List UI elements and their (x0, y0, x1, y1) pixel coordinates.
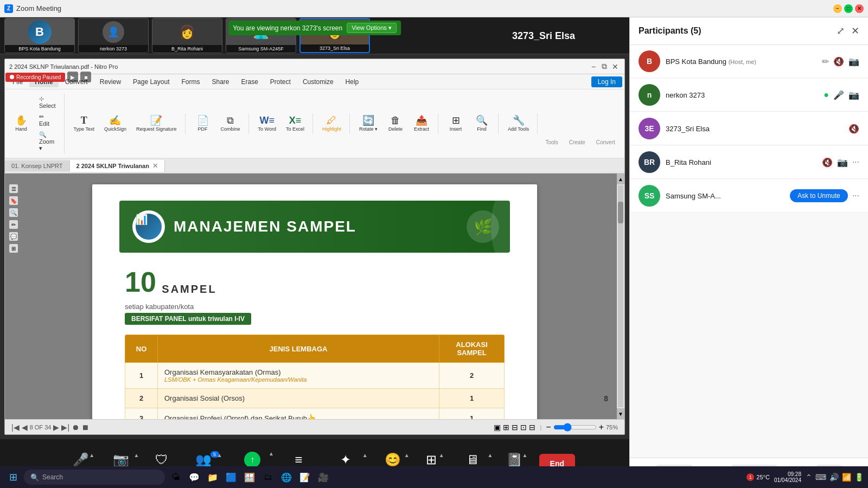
menu-forms[interactable]: Forms (176, 76, 205, 87)
nitro-restore-button[interactable]: ⧉ (599, 62, 609, 72)
select-tool-button[interactable]: ⊹ Select (35, 94, 60, 111)
page-info: 8 OF 34 (30, 424, 52, 431)
ask-unmute-button[interactable]: Ask to Unmute (790, 189, 848, 202)
type-text-button[interactable]: T Type Text (70, 113, 98, 134)
cam-ctrl-bps[interactable]: 📷 (848, 56, 859, 67)
keyboard-icon[interactable]: ⌨ (815, 473, 826, 481)
menu-protect[interactable]: Protect (265, 76, 296, 87)
summary-icon: ≡ (295, 453, 302, 466)
zoom-in-button[interactable]: + (599, 422, 604, 432)
close-button[interactable]: ✕ (855, 4, 864, 13)
cam-nerkon[interactable]: 📷 (848, 90, 859, 100)
zoom-out-button[interactable]: − (546, 422, 551, 432)
add-tools-button[interactable]: 🔧 Add Tools (504, 113, 533, 134)
taskbar-search-text: Search (42, 473, 63, 481)
taskbar-search[interactable]: 🔍 Search (24, 470, 165, 485)
page-prev-button[interactable]: ◀ (22, 423, 28, 432)
doc-tab-1[interactable]: 01. Konsep LNPRT (5, 160, 70, 171)
expand-icon[interactable]: ⤢ (837, 25, 845, 37)
taskbar-app-ms-teams[interactable]: 🟦 (222, 468, 240, 486)
page-last-button[interactable]: ▶| (61, 423, 69, 432)
mute-rita[interactable]: 🔇 (822, 157, 833, 168)
page-next-button[interactable]: ▶ (53, 423, 59, 432)
edit-tool-button[interactable]: ✏ Edit (35, 112, 60, 129)
taskbar-app-word[interactable]: 📝 (296, 468, 314, 486)
mute-elsa[interactable]: 🔇 (848, 124, 859, 134)
battery-icon[interactable]: 🔋 (854, 473, 864, 481)
taskbar-app-windows[interactable]: 🪟 (241, 468, 258, 486)
more-samsung[interactable]: ··· (852, 191, 859, 201)
pdf-scrollbar[interactable]: ▲ ▼ (617, 174, 624, 419)
close-participants-button[interactable]: ✕ (851, 25, 859, 37)
extract-button[interactable]: 📤 Extract (410, 113, 433, 134)
insert-button[interactable]: ⊞ Insert (444, 113, 468, 134)
taskbar-app-teams[interactable]: 💬 (186, 468, 203, 486)
volume-icon[interactable]: 🔊 (829, 473, 839, 481)
find-button[interactable]: 🔍 Find (470, 113, 494, 134)
cam-rita[interactable]: 📷 (837, 157, 848, 168)
hand-tool-button[interactable]: ✋ Hand (9, 113, 33, 134)
delete-button[interactable]: 🗑 Delete (384, 113, 407, 134)
rotate-button[interactable]: 🔄 Rotate ▾ (355, 113, 381, 134)
menu-share[interactable]: Share (206, 76, 234, 87)
thumb-bps[interactable]: B BPS Kota Bandung (4, 18, 75, 53)
participant-info-rita: B_Rita Rohani (666, 158, 816, 166)
menu-help[interactable]: Help (340, 76, 365, 87)
menu-erase[interactable]: Erase (236, 76, 264, 87)
page-record-button[interactable]: ⏺ (72, 423, 79, 432)
to-word-button[interactable]: W≡ To Word (254, 113, 280, 134)
menu-review[interactable]: Review (94, 76, 126, 87)
thumb-nerkon[interactable]: 👤 nerkon 3273 (78, 18, 149, 53)
request-sig-button[interactable]: 📝 Request Signature (132, 113, 181, 134)
taskbar-app-widgets[interactable]: 🌤 (167, 468, 184, 486)
rec-play-button[interactable]: ▶ (67, 72, 78, 82)
scroll-track[interactable] (618, 185, 623, 407)
sidebar-icon-2[interactable]: 🔖 (9, 196, 18, 205)
wifi-icon[interactable]: 📶 (842, 473, 851, 481)
sidebar-icon-5[interactable]: 💬 (9, 232, 18, 241)
menu-customize[interactable]: Customize (297, 76, 339, 87)
zoom-tool-button[interactable]: 🔍 Zoom ▾ (35, 130, 60, 153)
sidebar-icon-4[interactable]: ✏ (9, 220, 18, 229)
scroll-down-button[interactable]: ▼ (617, 408, 624, 419)
start-button[interactable]: ⊞ (4, 468, 22, 486)
view-fit2-button[interactable]: ⊟ (529, 423, 535, 432)
view-single-button[interactable]: ▣ (494, 423, 501, 432)
rec-stop-button[interactable]: ■ (80, 72, 91, 82)
minimize-button[interactable]: − (833, 4, 842, 13)
chevron-up-icon[interactable]: ⌃ (806, 473, 812, 481)
nitro-close-button[interactable]: ✕ (610, 62, 620, 72)
nitro-minimize-button[interactable]: − (589, 62, 598, 72)
page-stop-button[interactable]: ⏹ (81, 423, 89, 432)
mic-ctrl-bps[interactable]: ✏ (822, 56, 829, 67)
zoom-slider[interactable] (553, 423, 597, 432)
combine-button[interactable]: ⧉ Combine (217, 113, 244, 134)
scroll-thumb[interactable] (618, 202, 623, 223)
taskbar-app-zoom[interactable]: 🎥 (315, 468, 332, 486)
more-rita[interactable]: ··· (852, 157, 859, 167)
login-button[interactable]: Log In (591, 76, 622, 87)
sidebar-icon-3[interactable]: 🔍 (9, 208, 18, 217)
doc-tab-close-icon[interactable]: ✕ (152, 162, 158, 170)
scroll-up-button[interactable]: ▲ (617, 174, 624, 184)
sidebar-icon-6[interactable]: ⊞ (9, 244, 18, 253)
thumb-rita[interactable]: 👩 B_Rita Rohani (152, 18, 222, 53)
mute-ctrl-bps[interactable]: 🔇 (833, 56, 844, 67)
menu-pagelayout[interactable]: Page Layout (127, 76, 175, 87)
pdf-button[interactable]: 📄 PDF (191, 113, 215, 134)
view-fit-button[interactable]: ⊡ (520, 423, 527, 432)
maximize-button[interactable]: □ (844, 4, 853, 13)
sidebar-icon-1[interactable]: ☰ (9, 184, 18, 193)
quicksign-button[interactable]: ✍ QuickSign (100, 113, 130, 134)
taskbar-app-explorer[interactable]: 🗂 (259, 468, 277, 486)
taskbar-app-edge[interactable]: 🌐 (278, 468, 295, 486)
mic-nerkon[interactable]: 🎤 (833, 90, 844, 100)
view-options-button[interactable]: View Options ▾ (347, 23, 397, 33)
view-four-button[interactable]: ⊟ (512, 423, 518, 432)
doc-tab-2[interactable]: 2 2024 SKLNP Triwulanan ✕ (70, 160, 165, 172)
highlight-button[interactable]: 🖊 Highlight (318, 113, 345, 134)
view-two-button[interactable]: ⊞ (503, 423, 509, 432)
taskbar-app-files[interactable]: 📁 (204, 468, 221, 486)
to-excel-button[interactable]: X≡ To Excel (282, 113, 308, 134)
page-first-button[interactable]: |◀ (11, 423, 20, 432)
